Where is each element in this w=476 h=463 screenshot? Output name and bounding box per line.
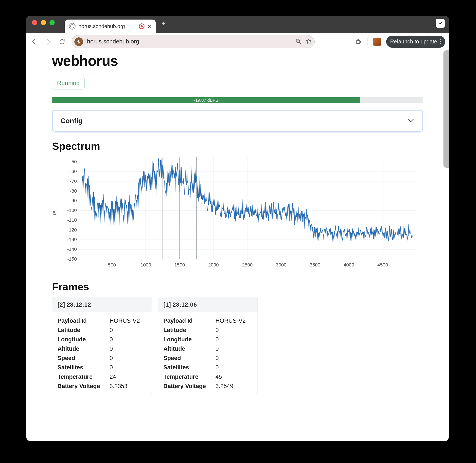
zoom-icon[interactable] <box>295 38 301 45</box>
chart-xtick: 3500 <box>310 262 320 268</box>
page-content: webhorus Running -19.87 dBFS Config Spec… <box>26 50 449 404</box>
frame-field-key: Satellites <box>163 363 216 372</box>
microphone-icon <box>74 37 83 46</box>
frame-field-value: 0 <box>216 344 252 354</box>
frame-field-value: 45 <box>216 372 252 382</box>
tab-bar: horus.sondehub.org × + <box>26 16 449 33</box>
new-tab-button[interactable]: + <box>159 19 168 27</box>
frame-header: [1] 23:12:06 <box>158 297 258 312</box>
frame-field-key: Temperature <box>58 372 110 382</box>
frame-field-value: HORUS-V2 <box>216 316 252 326</box>
frame-field-value: 0 <box>216 363 252 372</box>
frame-field-row: Longitude0 <box>58 335 147 344</box>
frame-field-value: 0 <box>216 354 252 363</box>
frame-field-value: 0 <box>110 363 147 372</box>
vertical-scrollbar[interactable] <box>443 50 449 168</box>
frame-field-row: Latitude0 <box>163 326 252 335</box>
url-field[interactable]: horus.sondehub.org <box>72 35 315 48</box>
chart-ytick: -90 <box>65 198 77 204</box>
frame-field-key: Latitude <box>163 326 216 335</box>
frame-field-row: Battery Voltage3.2549 <box>163 382 252 391</box>
chart-xtick: 2000 <box>208 262 219 268</box>
dbfs-meter: -19.87 dBFS <box>52 97 423 103</box>
frame-field-row: Temperature45 <box>163 372 252 382</box>
chart-xtick: 3000 <box>276 262 287 268</box>
frame-field-row: Satellites0 <box>163 363 252 372</box>
frame-header: [2] 23:12:12 <box>52 297 152 312</box>
chart-xtick: 1000 <box>141 262 151 268</box>
forward-button[interactable] <box>44 37 52 46</box>
frame-body: Payload IdHORUS-V2Latitude0Longitude0Alt… <box>52 312 152 395</box>
bookmark-star-icon[interactable] <box>306 38 312 45</box>
frame-field-key: Altitude <box>58 344 110 354</box>
frame-field-value: 3.2353 <box>110 382 147 391</box>
chart-ylabel: dB <box>52 211 58 216</box>
frame-field-value: HORUS-V2 <box>110 316 147 326</box>
relaunch-button[interactable]: Relaunch to update <box>386 36 445 48</box>
chart-xtick: 1500 <box>174 262 185 268</box>
status-badge: Running <box>52 77 85 89</box>
extensions-icon[interactable] <box>355 38 362 46</box>
page-viewport: webhorus Running -19.87 dBFS Config Spec… <box>26 50 449 441</box>
window-controls <box>32 20 55 25</box>
minimize-window-button[interactable] <box>41 20 46 25</box>
separator <box>368 38 368 45</box>
frame-field-value: 0 <box>216 326 252 335</box>
chart-ytick: -70 <box>65 178 77 184</box>
chart-ytick: -100 <box>65 208 77 213</box>
chevron-down-icon <box>407 117 415 125</box>
profile-avatar[interactable] <box>373 38 381 46</box>
reload-button[interactable] <box>58 37 66 46</box>
frame-field-key: Payload Id <box>58 316 110 326</box>
frame-field-row: Payload IdHORUS-V2 <box>58 316 147 326</box>
chart-ytick: -60 <box>65 169 77 174</box>
frame-field-value: 0 <box>110 354 147 363</box>
chart-ytick: -120 <box>65 227 77 233</box>
frame-field-row: Altitude0 <box>163 344 252 354</box>
frame-field-row: Battery Voltage3.2353 <box>58 382 147 391</box>
frame-field-value: 3.2549 <box>216 382 252 391</box>
frame-field-row: Latitude0 <box>58 326 147 335</box>
dbfs-fill: -19.87 dBFS <box>52 97 360 103</box>
relaunch-label: Relaunch to update <box>390 38 437 45</box>
frame-field-value: 0 <box>110 326 147 335</box>
frame-field-key: Altitude <box>163 344 216 354</box>
frame-field-key: Longitude <box>163 335 216 344</box>
frame-field-row: Altitude0 <box>58 344 147 354</box>
frame-field-row: Speed0 <box>58 354 147 363</box>
frame-field-key: Battery Voltage <box>163 382 216 391</box>
frame-field-value: 0 <box>110 344 147 354</box>
frame-field-key: Temperature <box>163 372 216 382</box>
frame-field-row: Longitude0 <box>163 335 252 344</box>
tab-title: horus.sondehub.org <box>78 23 136 29</box>
frame-field-value: 0 <box>216 335 252 344</box>
frame-field-key: Satellites <box>58 363 110 372</box>
page-title: webhorus <box>52 53 423 69</box>
frame-field-key: Battery Voltage <box>58 382 110 391</box>
config-label: Config <box>61 117 82 125</box>
chart-ytick: -80 <box>65 188 77 194</box>
chart-ytick: -150 <box>65 256 77 262</box>
frame-card: [1] 23:12:06Payload IdHORUS-V2Latitude0L… <box>158 297 258 395</box>
config-toggle[interactable]: Config <box>52 110 423 132</box>
url-text: horus.sondehub.org <box>87 38 291 45</box>
frame-body: Payload IdHORUS-V2Latitude0Longitude0Alt… <box>158 312 258 395</box>
chart-ytick: -50 <box>65 159 77 165</box>
close-tab-button[interactable]: × <box>147 23 151 29</box>
frame-field-key: Longitude <box>58 335 110 344</box>
close-window-button[interactable] <box>32 20 37 25</box>
browser-tab[interactable]: horus.sondehub.org × <box>65 19 156 33</box>
frames-row: [2] 23:12:12Payload IdHORUS-V2Latitude0L… <box>52 297 423 395</box>
fullscreen-button[interactable] <box>50 20 55 25</box>
frame-field-value: 0 <box>110 335 147 344</box>
recording-icon <box>139 23 145 29</box>
frames-heading: Frames <box>52 281 423 293</box>
tab-overflow-button[interactable] <box>436 19 445 28</box>
chart-plot-area[interactable] <box>78 157 416 259</box>
chart-ytick: -140 <box>65 247 77 252</box>
chart-xtick: 4000 <box>344 262 354 268</box>
dbfs-label: -19.87 dBFS <box>194 98 218 103</box>
more-icon <box>440 39 441 44</box>
back-button[interactable] <box>30 37 39 46</box>
chart-ytick: -110 <box>65 217 77 223</box>
